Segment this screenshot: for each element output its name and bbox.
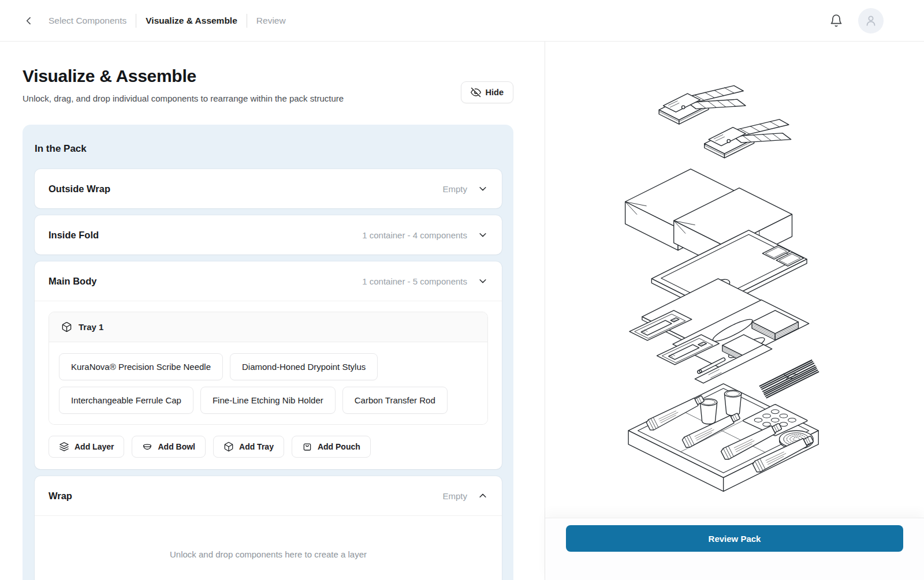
section-wrap: Wrap Empty Unlock and drop components he… [35,476,502,580]
notification-bell-button[interactable] [829,14,843,28]
pack-exploded-illustration [600,63,843,493]
section-title: Inside Fold [49,230,99,241]
review-pack-button[interactable]: Review Pack [566,525,903,552]
user-avatar[interactable] [858,8,884,33]
breadcrumb: Select Components Visualize & Assemble R… [49,14,286,28]
preview-column: Review Pack [545,42,924,580]
tray-title: Tray 1 [79,322,103,332]
step-review[interactable]: Review [256,16,286,26]
layers-icon [59,441,69,452]
hide-preview-button[interactable]: Hide [461,81,513,103]
add-layer-button[interactable]: Add Layer [49,436,124,458]
step-divider [136,14,136,28]
page-title: Visualize & Assemble [23,66,513,86]
component-chip[interactable]: Fine-Line Etching Nib Holder [200,387,336,414]
section-inside-fold: Inside Fold 1 container - 4 components [35,215,502,255]
add-pouch-button[interactable]: Add Pouch [292,436,371,458]
section-main-body-header[interactable]: Main Body 1 container - 5 components [35,261,502,301]
component-chip[interactable]: Carbon Transfer Rod [342,387,448,414]
section-outside-wrap: Outside Wrap Empty [35,169,502,208]
back-button[interactable] [21,13,37,29]
add-bowl-button[interactable]: Add Bowl [132,436,206,458]
in-the-pack-panel: In the Pack Outside Wrap Empty Inside Fo… [23,125,513,580]
dropzone-hint: Unlock and drop components here to creat… [170,549,367,559]
component-chip[interactable]: Diamond-Honed Drypoint Stylus [230,353,378,380]
add-layer-label: Add Layer [74,442,114,451]
section-wrap-header[interactable]: Wrap Empty [35,476,502,515]
chevron-up-icon [478,491,488,501]
tray-1-container: Tray 1 KuraNova® Precision Scribe Needle… [49,312,488,425]
section-title: Wrap [49,491,72,502]
chevron-down-icon [478,184,488,194]
section-outside-wrap-header[interactable]: Outside Wrap Empty [35,169,502,208]
add-bowl-label: Add Bowl [158,442,195,451]
pouch-icon [302,441,312,452]
eye-off-icon [471,87,481,98]
step-select-components[interactable]: Select Components [49,16,126,26]
assembly-column: Visualize & Assemble Unlock, drag, and d… [0,42,545,580]
section-title: Main Body [49,276,96,287]
section-main-body: Main Body 1 container - 5 components Tra… [35,261,502,469]
package-box-icon [61,321,72,332]
panel-title: In the Pack [35,143,502,155]
step-divider [247,14,247,28]
section-title: Outside Wrap [49,184,110,194]
chevron-down-icon [478,276,488,286]
tray-1-header[interactable]: Tray 1 [49,312,487,342]
add-pouch-label: Add Pouch [318,442,360,451]
component-chip[interactable]: KuraNova® Precision Scribe Needle [59,353,223,380]
chevron-down-icon [478,230,488,240]
preview-footer: Review Pack [545,518,924,580]
section-status: Empty [442,184,467,194]
section-inside-fold-header[interactable]: Inside Fold 1 container - 4 components [35,215,502,255]
tray-components-zone: KuraNova® Precision Scribe Needle Diamon… [49,342,487,424]
component-chip[interactable]: Interchangeable Ferrule Cap [59,387,193,414]
notification-bell-icon [829,14,843,28]
wrap-dropzone[interactable]: Unlock and drop components here to creat… [35,516,502,580]
top-nav: Select Components Visualize & Assemble R… [0,0,924,42]
section-status: 1 container - 5 components [362,276,467,286]
user-avatar-icon [864,14,878,28]
page-subtitle: Unlock, drag, and drop individual compon… [23,93,513,103]
package-box-icon [223,441,234,452]
chevron-left-icon [23,15,35,27]
bowl-icon [142,441,152,452]
add-tray-button[interactable]: Add Tray [213,436,284,458]
step-visualize-assemble[interactable]: Visualize & Assemble [146,16,237,26]
hide-button-label: Hide [486,88,504,97]
section-status: 1 container - 4 components [362,230,467,240]
add-tray-label: Add Tray [239,442,274,451]
section-status: Empty [442,491,467,501]
